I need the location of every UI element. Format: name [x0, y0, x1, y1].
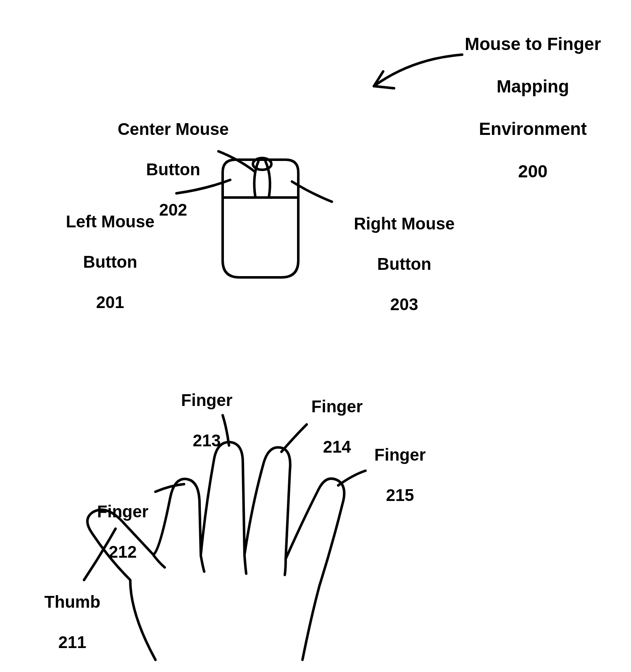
- left-mouse-sub: Button: [83, 253, 137, 271]
- mouse-icon: [223, 158, 298, 277]
- left-mouse-ref: 201: [96, 293, 124, 311]
- label-pinky-finger: Finger 215: [349, 424, 433, 525]
- label-middle-finger: Finger 213: [155, 370, 239, 471]
- center-mouse-ref: 202: [159, 200, 187, 219]
- label-left-mouse: Left Mouse Button 201: [42, 191, 160, 332]
- right-mouse-sub: Button: [377, 255, 431, 273]
- left-mouse-text: Left Mouse: [66, 212, 155, 231]
- ring-finger-text: Finger: [311, 397, 363, 416]
- label-index-finger: Finger 212: [71, 481, 155, 582]
- leader-index-icon: [155, 484, 184, 492]
- title-line1: Mouse to Finger: [465, 34, 601, 54]
- thumb-text: Thumb: [45, 593, 100, 611]
- diagram-title: Mouse to Finger Mapping Environment 200: [424, 13, 622, 203]
- label-right-mouse: Right Mouse Button 203: [332, 193, 458, 335]
- middle-finger-text: Finger: [181, 391, 232, 409]
- right-mouse-ref: 203: [390, 295, 418, 314]
- right-mouse-text: Right Mouse: [354, 214, 455, 233]
- title-ref: 200: [518, 161, 547, 181]
- index-finger-text: Finger: [97, 502, 148, 521]
- thumb-ref: 211: [58, 633, 87, 651]
- pinky-finger-text: Finger: [374, 445, 426, 464]
- center-mouse-sub: Button: [146, 160, 200, 179]
- title-line3: Environment: [479, 119, 587, 139]
- title-line2: Mapping: [497, 76, 569, 96]
- pinky-finger-ref: 215: [386, 486, 414, 504]
- ring-finger-ref: 214: [323, 437, 351, 456]
- label-thumb: Thumb 211: [21, 572, 105, 672]
- center-mouse-text: Center Mouse: [118, 120, 229, 138]
- index-finger-ref: 212: [109, 543, 137, 561]
- middle-finger-ref: 213: [193, 431, 221, 450]
- diagram-canvas: Mouse to Finger Mapping Environment 200 …: [0, 0, 631, 672]
